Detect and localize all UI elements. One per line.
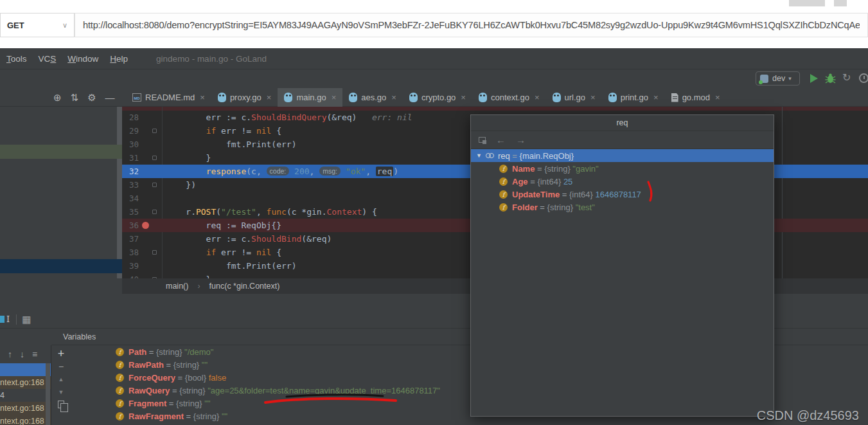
tab-main.go[interactable]: main.go× xyxy=(278,88,342,107)
tab-url.go[interactable]: url.go× xyxy=(546,88,602,107)
left-selected-band xyxy=(0,259,122,273)
equals: = xyxy=(146,347,156,357)
bug-icon xyxy=(825,73,836,84)
profiler-clock-icon[interactable] xyxy=(859,73,868,83)
popup-root-row[interactable]: ▼ req = {main.ReqObj} xyxy=(471,149,774,162)
menu-item-window[interactable]: Window xyxy=(67,54,98,64)
fold-marker-icon[interactable] xyxy=(152,210,157,214)
window-control-placeholder xyxy=(789,0,825,6)
menu-item-help[interactable]: Help xyxy=(110,54,128,64)
close-tab-icon[interactable]: × xyxy=(332,93,337,102)
variable-value: "age=25&folder=test&name=gavin&update_ti… xyxy=(208,386,440,395)
back-arrow-icon[interactable]: ← xyxy=(496,134,506,145)
close-tab-icon[interactable]: × xyxy=(715,93,720,102)
breadcrumb-item[interactable]: func(c *gin.Context) xyxy=(209,282,280,291)
variable-type: {string} xyxy=(544,164,572,174)
left-scrollbar[interactable] xyxy=(117,107,122,278)
fold-marker-icon[interactable] xyxy=(152,129,157,133)
frame-row[interactable]: ntext.go:168 xyxy=(0,415,51,425)
url-input[interactable] xyxy=(75,13,868,37)
crosshair-icon[interactable]: ⊕ xyxy=(53,93,62,102)
popup-field-row[interactable]: fAge = {int64} 25 xyxy=(471,175,774,188)
tab-proxy.go[interactable]: proxy.go× xyxy=(211,88,278,107)
frame-row[interactable]: 4 xyxy=(0,389,51,402)
tab-label: proxy.go xyxy=(230,93,261,102)
expand-arrow-icon[interactable]: ▼ xyxy=(476,152,482,159)
frame-row[interactable]: ntext.go:168 xyxy=(0,402,51,415)
tab-label: context.go xyxy=(491,93,529,102)
tab-README.md[interactable]: README.md× xyxy=(126,88,211,107)
popup-field-list: fName = {string} "gavin"fAge = {int64} 2… xyxy=(471,162,774,213)
copy-icon[interactable] xyxy=(58,401,64,408)
frames-toolbar: ↑ ↓ ≡ xyxy=(0,345,51,363)
fold-marker-icon[interactable] xyxy=(152,156,157,160)
frame-down-icon[interactable]: ↓ xyxy=(20,349,24,359)
split-icon[interactable]: ⇅ xyxy=(71,93,79,102)
forward-arrow-icon[interactable]: → xyxy=(516,134,526,145)
mod-file-icon xyxy=(671,93,678,102)
layout-grid-icon[interactable]: ▦ xyxy=(22,314,31,325)
run-button[interactable] xyxy=(810,74,818,83)
tab-crypto.go[interactable]: crypto.go× xyxy=(403,88,472,107)
settings-gear-icon[interactable]: ⚙ xyxy=(87,93,96,102)
tab-go.mod[interactable]: go.mod× xyxy=(665,88,727,107)
close-tab-icon[interactable]: × xyxy=(590,93,596,102)
field-icon: f xyxy=(116,386,124,395)
run-config-dropdown[interactable]: dev ▾ xyxy=(756,71,800,86)
close-tab-icon[interactable]: × xyxy=(461,93,466,102)
frame-row[interactable] xyxy=(0,363,51,376)
code-text: } xyxy=(166,151,211,165)
popup-field-row[interactable]: fUpdateTime = {int64} 1646878117 xyxy=(471,188,774,201)
field-icon: f xyxy=(116,361,124,369)
equals: = xyxy=(510,151,520,161)
variable-type: {string} xyxy=(156,347,184,357)
fold-marker-icon[interactable] xyxy=(152,183,157,187)
tab-aes.go[interactable]: aes.go× xyxy=(342,88,403,107)
breadcrumb-item[interactable]: main() xyxy=(166,282,188,291)
line-number: 34 xyxy=(122,192,139,205)
line-number: 29 xyxy=(122,124,139,138)
menu-item-vcs[interactable]: VCS xyxy=(39,54,57,64)
popup-field-row[interactable]: fFolder = {string} "test" xyxy=(471,201,774,213)
editor-tab-bar: ⊕ ⇅ ⚙ — README.md×proxy.go×main.go×aes.g… xyxy=(0,88,868,107)
close-tab-icon[interactable]: × xyxy=(267,93,272,102)
variable-value: false xyxy=(209,373,226,383)
variable-type: {string} xyxy=(547,203,576,212)
close-tab-icon[interactable]: × xyxy=(391,93,396,102)
hide-icon[interactable]: — xyxy=(105,93,115,102)
close-tab-icon[interactable]: × xyxy=(535,93,540,102)
fold-marker-icon[interactable] xyxy=(152,250,157,255)
breadcrumb-separator-icon: › xyxy=(197,282,200,291)
popup-field-row[interactable]: fName = {string} "gavin" xyxy=(471,162,774,175)
text-cursor-icon: I xyxy=(6,314,10,324)
menu-item-tools[interactable]: Tools xyxy=(6,54,27,64)
rerun-icon[interactable]: ↻ xyxy=(842,71,851,84)
code-text: }) xyxy=(166,178,196,192)
variable-name: ForceQuery xyxy=(128,373,175,383)
close-tab-icon[interactable]: × xyxy=(200,93,205,102)
view-options-icon[interactable] xyxy=(479,137,486,143)
field-icon: f xyxy=(499,165,508,173)
variable-type: {string} xyxy=(179,386,208,395)
add-watch-icon[interactable]: + xyxy=(58,349,65,358)
variables-title: Variables xyxy=(63,332,96,341)
variable-value: "" xyxy=(204,399,210,408)
collapse-icon[interactable]: ≡ xyxy=(32,349,37,359)
close-tab-icon[interactable]: × xyxy=(653,93,659,102)
code-text: if err != nil { xyxy=(166,124,281,138)
debug-button[interactable] xyxy=(825,73,836,87)
remove-watch-icon[interactable]: − xyxy=(58,362,64,371)
field-icon: f xyxy=(499,190,508,199)
tab-context.go[interactable]: context.go× xyxy=(472,88,546,107)
scroll-down-icon[interactable]: ▼ xyxy=(58,388,64,397)
tool-window-icon[interactable] xyxy=(0,316,4,323)
frames-scrollbar[interactable] xyxy=(46,363,50,425)
tab-print.go[interactable]: print.go× xyxy=(602,88,665,107)
variable-value: "gavin" xyxy=(572,164,598,174)
frame-row[interactable]: ntext.go:168 xyxy=(0,376,51,389)
http-method-dropdown[interactable]: GET ∨ xyxy=(0,13,75,37)
scroll-up-icon[interactable]: ▲ xyxy=(58,375,64,384)
frame-up-icon[interactable]: ↑ xyxy=(8,349,12,359)
breakpoint-icon[interactable] xyxy=(142,222,149,229)
field-icon: f xyxy=(116,348,124,356)
